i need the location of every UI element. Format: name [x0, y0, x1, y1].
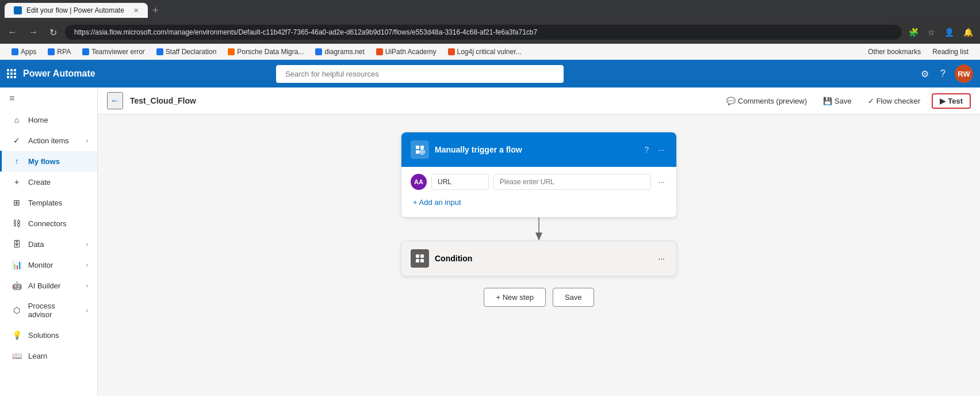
- svg-rect-0: [416, 146, 419, 149]
- other-bookmarks-btn[interactable]: Other bookmarks: [863, 47, 925, 57]
- trigger-more-btn[interactable]: ···: [656, 143, 667, 157]
- forward-nav-btn[interactable]: →: [25, 25, 41, 40]
- tab-title: Edit your flow | Power Automate: [26, 6, 124, 14]
- bookmark-rpa[interactable]: RPA: [43, 47, 75, 57]
- app: Power Automate ⚙ ? RW ≡ ⌂ Home ✓ Action …: [0, 60, 980, 396]
- search-input[interactable]: [276, 65, 564, 83]
- active-tab[interactable]: Edit your flow | Power Automate ✕: [5, 3, 148, 18]
- url-avatar: AA: [411, 174, 427, 190]
- trigger-card-icon: [411, 140, 429, 159]
- reload-btn[interactable]: ↻: [46, 25, 60, 40]
- bookmark-rpa-icon: [48, 48, 55, 55]
- url-label-field[interactable]: URL: [431, 174, 489, 190]
- sidebar-item-label-process-advisor: Process advisor: [28, 302, 81, 319]
- bookmark-porsche[interactable]: Porsche Data Migra...: [223, 47, 308, 57]
- app-logo: Power Automate: [7, 68, 95, 79]
- back-btn[interactable]: ←: [107, 92, 123, 109]
- sidebar-item-label-my-flows: My flows: [28, 157, 60, 166]
- back-nav-btn[interactable]: ←: [5, 25, 21, 40]
- trigger-card-actions: ? ···: [642, 143, 667, 157]
- action-items-chevron-icon: ›: [86, 138, 88, 144]
- condition-more-btn[interactable]: ···: [656, 252, 667, 265]
- test-btn[interactable]: ▶ Test: [932, 93, 971, 109]
- save-bottom-btn[interactable]: Save: [553, 288, 594, 307]
- my-flows-icon: ↑: [11, 157, 22, 166]
- url-value-field[interactable]: [493, 174, 651, 190]
- avatar[interactable]: RW: [955, 64, 973, 83]
- extensions-btn[interactable]: 🧩: [906, 25, 921, 39]
- settings-btn[interactable]: ⚙: [918, 66, 931, 82]
- sidebar: ≡ ⌂ Home ✓ Action items › ↑ My flows + C…: [0, 87, 98, 396]
- bookmark-diagrams[interactable]: diagrams.net: [311, 47, 369, 57]
- notifications-btn[interactable]: 🔔: [961, 25, 975, 39]
- sidebar-item-label-action-items: Action items: [28, 136, 69, 145]
- svg-rect-7: [420, 254, 424, 258]
- help-btn[interactable]: ?: [938, 66, 948, 81]
- sidebar-item-label-create: Create: [28, 178, 51, 186]
- bookmark-diagrams-icon: [315, 48, 322, 55]
- sidebar-item-home[interactable]: ⌂ Home: [0, 109, 97, 130]
- trigger-help-btn[interactable]: ?: [642, 143, 652, 157]
- sidebar-item-my-flows[interactable]: ↑ My flows: [0, 151, 97, 172]
- trigger-card-title: Manually trigger a flow: [435, 145, 642, 154]
- address-input[interactable]: [65, 25, 902, 40]
- svg-rect-9: [420, 259, 424, 262]
- app-name: Power Automate: [23, 68, 95, 79]
- bookmark-staff-icon: [156, 48, 163, 55]
- sidebar-item-templates[interactable]: ⊞ Templates: [0, 192, 97, 213]
- data-icon: 🗄: [11, 239, 22, 249]
- condition-card: Condition ···: [401, 241, 677, 276]
- sidebar-item-data[interactable]: 🗄 Data ›: [0, 234, 97, 254]
- reading-list-btn[interactable]: Reading list: [928, 47, 973, 57]
- monitor-icon: 📊: [11, 260, 22, 269]
- save-header-btn[interactable]: 💾 Save: [818, 94, 856, 108]
- profile-btn[interactable]: 👤: [942, 25, 956, 39]
- bookmark-apps-icon: [12, 48, 18, 55]
- url-more-btn[interactable]: ···: [656, 175, 667, 189]
- bookmark-log4j[interactable]: Log4j critical vulner...: [443, 47, 526, 57]
- sidebar-item-label-solutions: Solutions: [28, 331, 59, 340]
- browser-actions: 🧩 ☆ 👤 🔔: [906, 25, 975, 39]
- flow-checker-btn[interactable]: ✓ Flow checker: [863, 94, 925, 108]
- condition-card-header: Condition ···: [401, 241, 676, 276]
- comments-btn[interactable]: 💬 Comments (preview): [722, 94, 811, 108]
- flow-checker-icon: ✓: [868, 97, 874, 105]
- tab-bar: Edit your flow | Power Automate ✕ +: [0, 0, 980, 21]
- new-step-btn[interactable]: + New step: [484, 288, 545, 307]
- waffle-icon[interactable]: [7, 69, 16, 78]
- sidebar-item-action-items[interactable]: ✓ Action items ›: [0, 130, 97, 151]
- trigger-card: Manually trigger a flow ? ··· AA URL ···: [401, 132, 677, 218]
- main-layout: ≡ ⌂ Home ✓ Action items › ↑ My flows + C…: [0, 87, 980, 396]
- sidebar-item-ai-builder[interactable]: 🤖 AI Builder ›: [0, 275, 97, 296]
- bookmark-apps[interactable]: Apps: [7, 47, 41, 57]
- bookmark-uipath-icon: [376, 48, 383, 55]
- home-icon: ⌂: [11, 115, 22, 124]
- sidebar-item-create[interactable]: + Create: [0, 172, 97, 192]
- canvas: Manually trigger a flow ? ··· AA URL ···: [98, 115, 980, 396]
- sidebar-item-label-monitor: Monitor: [28, 261, 53, 269]
- add-input-btn[interactable]: + Add an input: [411, 195, 464, 210]
- ai-builder-chevron-icon: ›: [86, 283, 88, 289]
- sidebar-item-learn[interactable]: 📖 Learn: [0, 345, 97, 366]
- bookmark-uipath[interactable]: UiPath Academy: [372, 47, 441, 57]
- sidebar-collapse-btn[interactable]: ≡: [0, 87, 97, 109]
- svg-rect-6: [416, 254, 419, 258]
- canvas-bottom-actions: + New step Save: [484, 288, 594, 307]
- new-tab-btn[interactable]: +: [150, 2, 161, 19]
- process-advisor-icon: ⬡: [11, 306, 22, 315]
- arrow-connector: [532, 218, 546, 241]
- sidebar-item-process-advisor[interactable]: ⬡ Process advisor ›: [0, 296, 97, 325]
- monitor-chevron-icon: ›: [86, 262, 88, 268]
- sidebar-item-label-home: Home: [28, 116, 48, 124]
- bookmark-teamviewer[interactable]: Teamviewer error: [78, 47, 150, 57]
- flow-title: Test_Cloud_Flow: [130, 96, 196, 105]
- sidebar-item-connectors[interactable]: ⛓ Connectors: [0, 213, 97, 234]
- tab-favicon: [14, 6, 22, 14]
- sidebar-item-solutions[interactable]: 💡 Solutions: [0, 325, 97, 345]
- favorites-btn[interactable]: ☆: [925, 25, 937, 39]
- bookmark-staff[interactable]: Staff Declaration: [152, 47, 221, 57]
- sidebar-item-monitor[interactable]: 📊 Monitor ›: [0, 254, 97, 275]
- sidebar-item-label-ai-builder: AI Builder: [28, 281, 60, 290]
- tab-close-btn[interactable]: ✕: [133, 7, 139, 14]
- ai-builder-icon: 🤖: [11, 281, 22, 290]
